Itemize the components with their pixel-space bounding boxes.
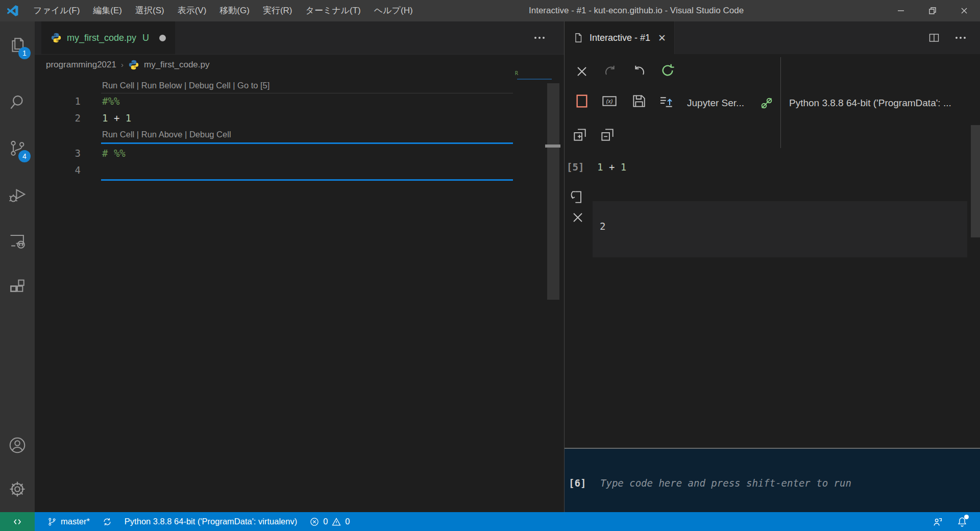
line-number: 3	[35, 145, 81, 162]
number-token: 1	[102, 112, 108, 124]
search-icon	[8, 92, 27, 112]
menu-terminal[interactable]: ターミナル(T)	[299, 0, 367, 21]
git-status-untracked: U	[142, 33, 149, 43]
number-token: 1	[621, 161, 626, 173]
overview-artifact-text: R	[515, 70, 518, 76]
breadcrumb-file[interactable]: my_first_code.py	[144, 60, 210, 70]
feedback-icon[interactable]	[932, 516, 943, 527]
panel-tab-label: Interactive - #1	[590, 33, 650, 43]
window-title: Interactive - #1 - kut-econ.github.io - …	[529, 0, 744, 21]
redo-button[interactable]	[602, 63, 619, 80]
export-button[interactable]	[658, 93, 675, 109]
restore-button[interactable]	[917, 0, 948, 21]
variables-label: (x)	[606, 98, 613, 104]
code-text: # %%	[102, 145, 126, 162]
cell-output-value: 2	[600, 221, 605, 232]
remote-icon	[12, 516, 23, 527]
tab-label: my_first_code.py	[67, 33, 136, 43]
explorer-badge: 1	[18, 47, 31, 59]
line-number: 2	[35, 110, 81, 127]
restart-kernel-button[interactable]	[659, 62, 676, 79]
remote-explorer-icon	[8, 231, 27, 251]
settings-button[interactable]	[0, 474, 35, 504]
expand-all-button[interactable]	[572, 127, 588, 143]
save-button[interactable]	[631, 93, 647, 109]
undo-button[interactable]	[631, 63, 647, 80]
variable-explorer-button[interactable]: (x)	[601, 93, 618, 109]
editor-tab-bar: my_first_code.py U	[35, 21, 564, 54]
close-window-button[interactable]	[948, 0, 980, 21]
branch-name: master*	[61, 517, 90, 526]
input-placeholder: Type code here and press shift-enter to …	[600, 477, 851, 489]
notifications-button[interactable]	[957, 516, 968, 527]
code-line-4: 4	[35, 162, 564, 179]
interactive-input[interactable]: [6] Type code here and press shift-enter…	[565, 448, 980, 512]
account-button[interactable]	[0, 430, 35, 461]
chevron-right-icon: ›	[121, 60, 124, 69]
interpreter-label: Python 3.8.8 64-bit ('ProgramData': virt…	[125, 517, 297, 526]
vscode-logo-icon	[6, 4, 19, 17]
panel-scrollbar[interactable]	[971, 125, 980, 237]
python-kernel-selector[interactable]: Python 3.8.8 64-bit ('ProgramData': ...	[789, 98, 951, 109]
remove-cell-button[interactable]	[570, 209, 586, 226]
codelens-run-cell-top[interactable]: Run Cell | Run Below | Debug Cell | Go t…	[102, 78, 270, 92]
problems-status[interactable]: 0 0	[309, 517, 350, 527]
menu-edit[interactable]: 編集(E)	[86, 0, 129, 21]
operator-token: +	[603, 161, 620, 173]
editor-more-actions-button[interactable]	[534, 37, 545, 39]
close-tab-icon[interactable]: ✕	[658, 32, 666, 44]
sidebar-item-extensions[interactable]	[0, 272, 35, 302]
panel-more-actions-button[interactable]	[955, 37, 966, 39]
sidebar-item-search[interactable]	[0, 87, 35, 117]
git-branch-status[interactable]: master*	[47, 517, 90, 527]
cell-execution-count: [5]	[567, 161, 584, 173]
codelens-run-cell-mid[interactable]: Run Cell | Run Above | Debug Cell	[102, 127, 231, 141]
number-token: 1	[126, 112, 131, 124]
minimize-button[interactable]	[885, 0, 917, 21]
goto-source-button[interactable]	[569, 189, 585, 205]
activity-bar: 1 4	[0, 21, 35, 512]
python-file-icon	[51, 32, 62, 43]
menu-selection[interactable]: 選択(S)	[129, 0, 171, 21]
sidebar-item-explorer[interactable]: 1	[0, 30, 35, 60]
line-number: 4	[35, 162, 81, 179]
sidebar-item-remote-explorer[interactable]	[0, 226, 35, 256]
connected-icon	[758, 95, 775, 111]
code-text: #%%	[102, 93, 119, 110]
jupyter-server-status[interactable]: Jupyter Ser...	[687, 98, 744, 109]
sync-button[interactable]	[102, 517, 112, 527]
menu-run[interactable]: 実行(R)	[256, 0, 299, 21]
modified-indicator-dot[interactable]	[159, 35, 166, 41]
menu-help[interactable]: ヘルプ(H)	[368, 0, 420, 21]
code-editor[interactable]: Run Cell | Run Below | Debug Cell | Go t…	[35, 74, 564, 512]
status-bar: master* Python 3.8.8 64-bit ('ProgramDat…	[0, 512, 980, 531]
menu-file[interactable]: ファイル(F)	[27, 0, 86, 21]
error-icon	[309, 517, 320, 527]
account-icon	[8, 436, 27, 455]
active-cell-border-top	[101, 142, 513, 144]
clear-all-button[interactable]	[574, 63, 590, 80]
vscode-window: ファイル(F) 編集(E) 選択(S) 表示(V) 移動(G) 実行(R) ター…	[0, 0, 980, 531]
collapse-all-button[interactable]	[599, 127, 616, 143]
editor-scrollbar[interactable]	[547, 83, 559, 300]
overview-artifact-line	[517, 79, 552, 80]
branch-icon	[47, 517, 57, 527]
menu-go[interactable]: 移動(G)	[213, 0, 256, 21]
tab-my-first-code[interactable]: my_first_code.py U	[41, 21, 175, 54]
python-interpreter-status[interactable]: Python 3.8.8 64-bit ('ProgramData': virt…	[125, 517, 297, 526]
title-bar: ファイル(F) 編集(E) 選択(S) 表示(V) 移動(G) 実行(R) ター…	[0, 0, 980, 21]
menu-view[interactable]: 表示(V)	[171, 0, 213, 21]
debug-icon	[8, 185, 27, 205]
extensions-icon	[8, 277, 27, 297]
sidebar-item-run-debug[interactable]	[0, 180, 35, 210]
split-editor-icon[interactable]	[928, 32, 940, 44]
code-text: 1 + 1	[102, 110, 131, 127]
tab-interactive[interactable]: Interactive - #1 ✕	[565, 21, 675, 54]
remote-indicator[interactable]	[0, 512, 35, 531]
notification-dot	[964, 515, 969, 519]
cell-output: 2	[593, 201, 967, 257]
interrupt-kernel-button[interactable]	[574, 93, 590, 109]
operator-token: +	[108, 112, 125, 124]
sidebar-item-source-control[interactable]: 4	[0, 133, 35, 163]
breadcrumb-folder[interactable]: programming2021	[46, 60, 116, 70]
